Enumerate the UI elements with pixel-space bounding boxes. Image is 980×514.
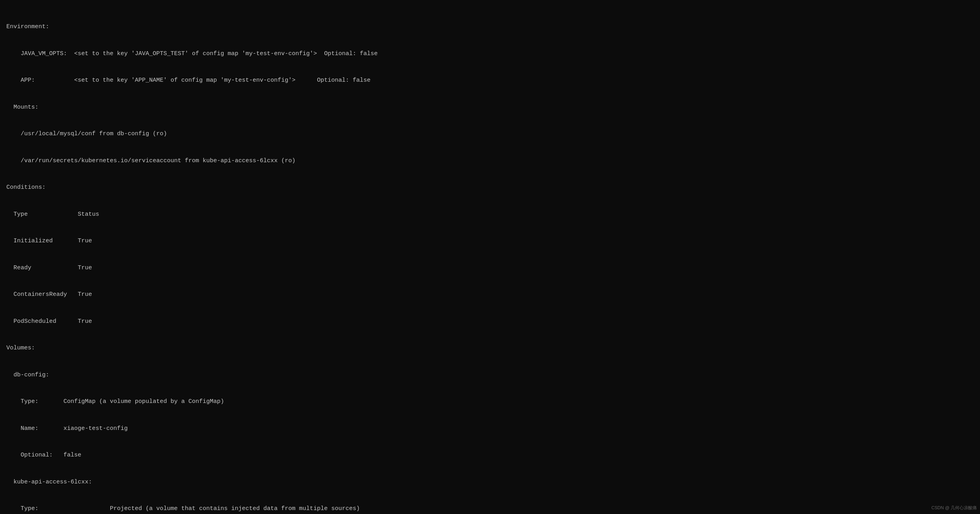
line-mount1: /usr/local/mysql/conf from db-config (ro… xyxy=(6,130,974,139)
line-type-projected: Type: Projected (a volume that contains … xyxy=(6,504,974,514)
line-kube-api-header: kube-api-access-6lcxx: xyxy=(6,478,974,487)
line-mounts-header: Mounts: xyxy=(6,103,974,112)
watermark: CSDN @ 几何心凉酸痛 xyxy=(932,504,977,511)
line-initialized: Initialized True xyxy=(6,237,974,246)
line-name-config: Name: xiaoge-test-config xyxy=(6,424,974,433)
line-app: APP: <set to the key 'APP_NAME' of confi… xyxy=(6,76,974,85)
line-containers-ready: ContainersReady True xyxy=(6,290,974,299)
line-mount2: /var/run/secrets/kubernetes.io/serviceac… xyxy=(6,157,974,166)
line-ready: Ready True xyxy=(6,264,974,273)
line-env-header: Environment: xyxy=(6,23,974,32)
line-optional-false: Optional: false xyxy=(6,451,974,460)
line-pod-scheduled: PodScheduled True xyxy=(6,317,974,326)
line-type-configmap: Type: ConfigMap (a volume populated by a… xyxy=(6,397,974,407)
line-java-vm-opts: JAVA_VM_OPTS: <set to the key 'JAVA_OPTS… xyxy=(6,50,974,59)
terminal-output: Environment: JAVA_VM_OPTS: <set to the k… xyxy=(6,5,974,514)
line-type-status: Type Status xyxy=(6,210,974,219)
line-db-config-header: db-config: xyxy=(6,371,974,380)
line-conditions-header: Conditions: xyxy=(6,183,974,192)
line-volumes-header: Volumes: xyxy=(6,344,974,353)
